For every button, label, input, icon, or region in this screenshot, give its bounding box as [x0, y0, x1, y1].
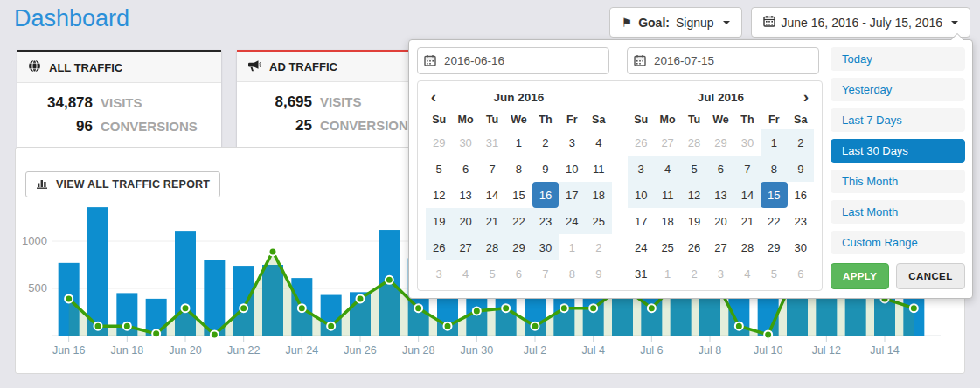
day-cell[interactable]: 20	[707, 208, 733, 234]
next-month-icon[interactable]: ›	[798, 86, 814, 108]
day-cell[interactable]: 18	[654, 208, 680, 234]
day-cell[interactable]: 29	[707, 129, 733, 156]
day-cell[interactable]: 6	[788, 260, 814, 287]
day-cell[interactable]: 1	[761, 129, 787, 156]
day-cell[interactable]: 21	[734, 208, 761, 234]
day-cell[interactable]: 13	[452, 182, 478, 208]
daterange-dropdown-button[interactable]: June 16, 2016 - July 15, 2016	[751, 7, 970, 38]
day-cell[interactable]: 30	[788, 234, 814, 260]
day-cell[interactable]: 27	[452, 234, 478, 260]
day-cell[interactable]: 28	[734, 234, 761, 260]
day-cell[interactable]: 29	[505, 234, 532, 260]
day-cell[interactable]: 21	[479, 208, 505, 234]
day-cell[interactable]: 24	[628, 234, 654, 260]
day-cell[interactable]: 31	[628, 260, 654, 287]
day-cell[interactable]: 14	[479, 182, 505, 208]
day-cell[interactable]: 7	[532, 260, 559, 287]
day-cell[interactable]: 31	[479, 129, 505, 156]
day-cell[interactable]: 29	[761, 234, 787, 260]
apply-button[interactable]: APPLY	[831, 263, 889, 289]
day-cell[interactable]: 2	[532, 129, 559, 156]
day-cell[interactable]: 11	[586, 156, 612, 182]
day-cell[interactable]: 4	[586, 129, 612, 156]
day-cell[interactable]: 6	[707, 156, 733, 182]
day-cell[interactable]: 9	[788, 156, 814, 182]
day-cell[interactable]: 18	[586, 182, 612, 208]
day-cell[interactable]: 5	[761, 260, 787, 287]
day-cell[interactable]: 10	[559, 156, 585, 182]
day-cell[interactable]: 29	[426, 129, 452, 156]
day-cell[interactable]: 1	[505, 129, 532, 156]
range-option-today[interactable]: Today	[831, 47, 965, 71]
day-cell[interactable]: 6	[505, 260, 532, 287]
cancel-button[interactable]: CANCEL	[896, 263, 964, 289]
day-cell[interactable]: 26	[681, 234, 707, 260]
day-cell[interactable]: 24	[559, 208, 585, 234]
day-cell[interactable]: 23	[532, 208, 559, 234]
day-cell[interactable]: 3	[628, 156, 654, 182]
day-cell[interactable]: 9	[532, 156, 559, 182]
day-cell[interactable]: 26	[628, 129, 654, 156]
day-cell[interactable]: 5	[426, 156, 452, 182]
day-cell-selected[interactable]: 16	[532, 182, 559, 208]
day-cell[interactable]: 15	[505, 182, 532, 208]
day-cell[interactable]: 2	[586, 234, 612, 260]
day-cell[interactable]: 8	[559, 260, 585, 287]
goal-dropdown-button[interactable]: ⚑ Goal: Signup	[609, 7, 742, 38]
day-cell[interactable]: 11	[654, 182, 680, 208]
day-cell[interactable]: 12	[681, 182, 707, 208]
day-cell[interactable]: 5	[479, 260, 505, 287]
day-cell[interactable]: 4	[452, 260, 478, 287]
day-cell[interactable]: 30	[452, 129, 478, 156]
view-all-traffic-report-button[interactable]: VIEW ALL TRAFFIC REPORT	[25, 171, 220, 197]
day-cell[interactable]: 1	[559, 234, 585, 260]
range-option-last-month[interactable]: Last Month	[831, 200, 965, 224]
day-cell[interactable]: 28	[479, 234, 505, 260]
day-cell[interactable]: 5	[681, 156, 707, 182]
day-cell[interactable]: 22	[505, 208, 532, 234]
day-cell[interactable]: 23	[788, 208, 814, 234]
day-cell[interactable]: 27	[654, 129, 680, 156]
day-cell[interactable]: 8	[761, 156, 787, 182]
day-cell-selected[interactable]: 15	[761, 182, 787, 208]
range-option-last-30-days[interactable]: Last 30 Days	[831, 139, 965, 163]
day-cell[interactable]: 16	[788, 182, 814, 208]
day-cell[interactable]: 3	[426, 260, 452, 287]
prev-month-icon[interactable]: ‹	[426, 86, 441, 108]
day-cell[interactable]: 14	[734, 182, 761, 208]
day-cell[interactable]: 2	[681, 260, 707, 287]
day-cell[interactable]: 17	[559, 182, 585, 208]
range-option-last-7-days[interactable]: Last 7 Days	[831, 108, 965, 132]
day-cell[interactable]: 4	[654, 156, 680, 182]
day-cell[interactable]: 13	[707, 182, 733, 208]
day-cell[interactable]: 20	[452, 208, 478, 234]
day-cell[interactable]: 25	[586, 208, 612, 234]
day-cell[interactable]: 28	[681, 129, 707, 156]
day-cell[interactable]: 1	[654, 260, 680, 287]
end-date-input[interactable]	[627, 47, 819, 74]
day-cell[interactable]: 30	[734, 129, 761, 156]
day-cell[interactable]: 19	[681, 208, 707, 234]
day-cell[interactable]: 19	[426, 208, 452, 234]
range-option-this-month[interactable]: This Month	[831, 170, 965, 193]
day-cell[interactable]: 2	[788, 129, 814, 156]
start-date-input[interactable]	[417, 47, 609, 74]
day-cell[interactable]: 10	[628, 182, 654, 208]
day-cell[interactable]: 3	[559, 129, 585, 156]
day-cell[interactable]: 7	[479, 156, 505, 182]
day-cell[interactable]: 6	[452, 156, 478, 182]
day-cell[interactable]: 27	[707, 234, 733, 260]
day-cell[interactable]: 30	[532, 234, 559, 260]
range-option-yesterday[interactable]: Yesterday	[831, 78, 965, 101]
day-cell[interactable]: 22	[761, 208, 787, 234]
day-cell[interactable]: 17	[628, 208, 654, 234]
day-cell[interactable]: 3	[707, 260, 733, 287]
day-cell[interactable]: 26	[426, 234, 452, 260]
range-option-custom-range[interactable]: Custom Range	[831, 231, 965, 254]
day-cell[interactable]: 8	[505, 156, 532, 182]
day-cell[interactable]: 12	[426, 182, 452, 208]
day-cell[interactable]: 7	[734, 156, 761, 182]
day-cell[interactable]: 9	[586, 260, 612, 287]
day-cell[interactable]: 25	[654, 234, 680, 260]
day-cell[interactable]: 4	[734, 260, 761, 287]
